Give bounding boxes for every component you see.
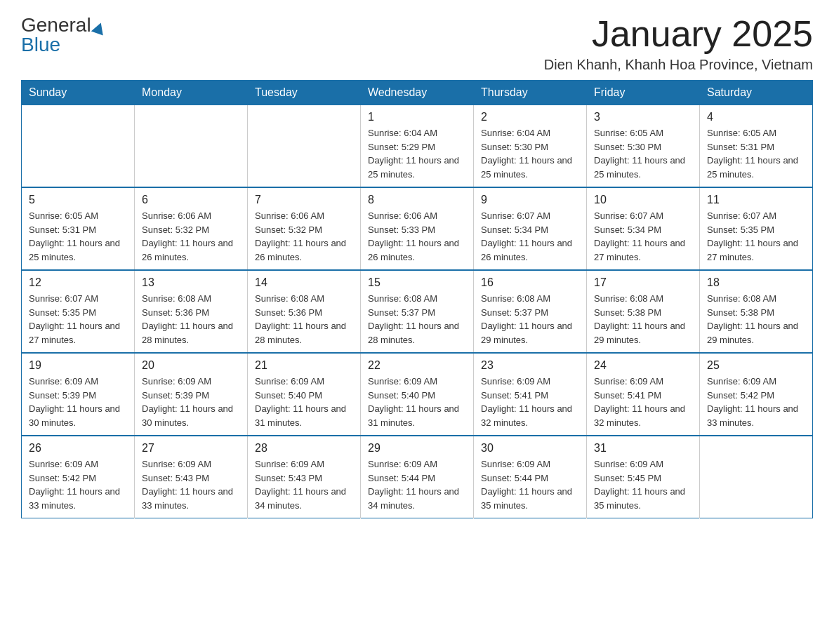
day-number: 1 — [368, 111, 466, 123]
weekday-header-monday: Monday — [135, 81, 248, 105]
day-number: 30 — [481, 442, 579, 455]
day-info: Sunrise: 6:09 AMSunset: 5:43 PMDaylight:… — [255, 457, 353, 512]
calendar-cell-w3-d3: 15Sunrise: 6:08 AMSunset: 5:37 PMDayligh… — [361, 270, 474, 353]
day-number: 24 — [594, 359, 692, 372]
day-info: Sunrise: 6:08 AMSunset: 5:38 PMDaylight:… — [707, 292, 805, 347]
day-info: Sunrise: 6:08 AMSunset: 5:36 PMDaylight:… — [255, 292, 353, 347]
day-number: 20 — [142, 359, 240, 372]
calendar-cell-w4-d6: 25Sunrise: 6:09 AMSunset: 5:42 PMDayligh… — [700, 353, 813, 436]
calendar-cell-w1-d2 — [248, 105, 361, 188]
calendar-cell-w1-d0 — [22, 105, 135, 188]
day-number: 29 — [368, 442, 466, 455]
day-info: Sunrise: 6:04 AMSunset: 5:30 PMDaylight:… — [481, 126, 579, 181]
day-number: 22 — [368, 359, 466, 372]
day-number: 23 — [481, 359, 579, 372]
day-info: Sunrise: 6:09 AMSunset: 5:44 PMDaylight:… — [481, 457, 579, 512]
day-number: 19 — [29, 359, 127, 372]
calendar-cell-w2-d4: 9Sunrise: 6:07 AMSunset: 5:34 PMDaylight… — [474, 187, 587, 270]
day-info: Sunrise: 6:05 AMSunset: 5:31 PMDaylight:… — [29, 209, 127, 264]
calendar-cell-w2-d0: 5Sunrise: 6:05 AMSunset: 5:31 PMDaylight… — [22, 187, 135, 270]
day-number: 16 — [481, 276, 579, 289]
calendar-cell-w3-d6: 18Sunrise: 6:08 AMSunset: 5:38 PMDayligh… — [700, 270, 813, 353]
day-info: Sunrise: 6:08 AMSunset: 5:36 PMDaylight:… — [142, 292, 240, 347]
day-info: Sunrise: 6:09 AMSunset: 5:42 PMDaylight:… — [707, 375, 805, 429]
day-info: Sunrise: 6:07 AMSunset: 5:34 PMDaylight:… — [594, 209, 692, 264]
day-number: 28 — [255, 442, 353, 455]
day-number: 12 — [29, 276, 127, 289]
calendar-cell-w4-d0: 19Sunrise: 6:09 AMSunset: 5:39 PMDayligh… — [22, 353, 135, 436]
day-info: Sunrise: 6:05 AMSunset: 5:31 PMDaylight:… — [707, 126, 805, 181]
calendar-week-4: 19Sunrise: 6:09 AMSunset: 5:39 PMDayligh… — [22, 353, 813, 436]
calendar-week-3: 12Sunrise: 6:07 AMSunset: 5:35 PMDayligh… — [22, 270, 813, 353]
day-info: Sunrise: 6:08 AMSunset: 5:37 PMDaylight:… — [481, 292, 579, 347]
calendar-week-1: 1Sunrise: 6:04 AMSunset: 5:29 PMDaylight… — [22, 105, 813, 188]
calendar-cell-w5-d0: 26Sunrise: 6:09 AMSunset: 5:42 PMDayligh… — [22, 436, 135, 518]
calendar-cell-w1-d5: 3Sunrise: 6:05 AMSunset: 5:30 PMDaylight… — [587, 105, 700, 188]
page-header: General Blue January 2025 Dien Khanh, Kh… — [21, 14, 813, 73]
day-number: 31 — [594, 442, 692, 455]
day-info: Sunrise: 6:08 AMSunset: 5:38 PMDaylight:… — [594, 292, 692, 347]
calendar-cell-w3-d4: 16Sunrise: 6:08 AMSunset: 5:37 PMDayligh… — [474, 270, 587, 353]
calendar-cell-w3-d5: 17Sunrise: 6:08 AMSunset: 5:38 PMDayligh… — [587, 270, 700, 353]
day-info: Sunrise: 6:06 AMSunset: 5:32 PMDaylight:… — [142, 209, 240, 264]
logo-triangle-icon — [91, 20, 106, 35]
weekday-header-sunday: Sunday — [22, 81, 135, 105]
day-number: 11 — [707, 194, 805, 206]
day-number: 7 — [255, 194, 353, 206]
day-info: Sunrise: 6:09 AMSunset: 5:41 PMDaylight:… — [481, 375, 579, 429]
day-info: Sunrise: 6:05 AMSunset: 5:30 PMDaylight:… — [594, 126, 692, 181]
calendar-cell-w5-d4: 30Sunrise: 6:09 AMSunset: 5:44 PMDayligh… — [474, 436, 587, 518]
day-info: Sunrise: 6:09 AMSunset: 5:44 PMDaylight:… — [368, 457, 466, 512]
weekday-row: SundayMondayTuesdayWednesdayThursdayFrid… — [22, 81, 813, 105]
day-info: Sunrise: 6:09 AMSunset: 5:42 PMDaylight:… — [29, 457, 127, 512]
day-number: 21 — [255, 359, 353, 372]
calendar-cell-w2-d1: 6Sunrise: 6:06 AMSunset: 5:32 PMDaylight… — [135, 187, 248, 270]
weekday-header-tuesday: Tuesday — [248, 81, 361, 105]
weekday-header-wednesday: Wednesday — [361, 81, 474, 105]
day-number: 6 — [142, 194, 240, 206]
calendar-cell-w2-d2: 7Sunrise: 6:06 AMSunset: 5:32 PMDaylight… — [248, 187, 361, 270]
calendar-table: SundayMondayTuesdayWednesdayThursdayFrid… — [21, 80, 813, 518]
calendar-cell-w3-d2: 14Sunrise: 6:08 AMSunset: 5:36 PMDayligh… — [248, 270, 361, 353]
calendar-cell-w1-d4: 2Sunrise: 6:04 AMSunset: 5:30 PMDaylight… — [474, 105, 587, 188]
day-info: Sunrise: 6:09 AMSunset: 5:45 PMDaylight:… — [594, 457, 692, 512]
calendar-cell-w5-d5: 31Sunrise: 6:09 AMSunset: 5:45 PMDayligh… — [587, 436, 700, 518]
day-number: 27 — [142, 442, 240, 455]
day-info: Sunrise: 6:04 AMSunset: 5:29 PMDaylight:… — [368, 126, 466, 181]
day-number: 10 — [594, 194, 692, 206]
calendar-cell-w1-d3: 1Sunrise: 6:04 AMSunset: 5:29 PMDaylight… — [361, 105, 474, 188]
logo-area: General Blue — [21, 14, 105, 56]
weekday-header-thursday: Thursday — [474, 81, 587, 105]
location-title: Dien Khanh, Khanh Hoa Province, Vietnam — [544, 57, 813, 73]
calendar-week-5: 26Sunrise: 6:09 AMSunset: 5:42 PMDayligh… — [22, 436, 813, 518]
day-info: Sunrise: 6:09 AMSunset: 5:40 PMDaylight:… — [255, 375, 353, 429]
calendar-cell-w2-d5: 10Sunrise: 6:07 AMSunset: 5:34 PMDayligh… — [587, 187, 700, 270]
day-number: 2 — [481, 111, 579, 123]
day-info: Sunrise: 6:09 AMSunset: 5:39 PMDaylight:… — [142, 375, 240, 429]
calendar-cell-w1-d1 — [135, 105, 248, 188]
day-number: 13 — [142, 276, 240, 289]
day-number: 4 — [707, 111, 805, 123]
day-info: Sunrise: 6:07 AMSunset: 5:35 PMDaylight:… — [29, 292, 127, 347]
day-info: Sunrise: 6:07 AMSunset: 5:35 PMDaylight:… — [707, 209, 805, 264]
day-info: Sunrise: 6:09 AMSunset: 5:39 PMDaylight:… — [29, 375, 127, 429]
calendar-cell-w3-d0: 12Sunrise: 6:07 AMSunset: 5:35 PMDayligh… — [22, 270, 135, 353]
day-number: 26 — [29, 442, 127, 455]
calendar-cell-w4-d2: 21Sunrise: 6:09 AMSunset: 5:40 PMDayligh… — [248, 353, 361, 436]
calendar-cell-w1-d6: 4Sunrise: 6:05 AMSunset: 5:31 PMDaylight… — [700, 105, 813, 188]
logo-blue-text: Blue — [21, 34, 60, 56]
calendar-cell-w2-d3: 8Sunrise: 6:06 AMSunset: 5:33 PMDaylight… — [361, 187, 474, 270]
calendar-week-2: 5Sunrise: 6:05 AMSunset: 5:31 PMDaylight… — [22, 187, 813, 270]
calendar-cell-w4-d1: 20Sunrise: 6:09 AMSunset: 5:39 PMDayligh… — [135, 353, 248, 436]
day-number: 3 — [594, 111, 692, 123]
calendar-cell-w4-d3: 22Sunrise: 6:09 AMSunset: 5:40 PMDayligh… — [361, 353, 474, 436]
calendar-header: SundayMondayTuesdayWednesdayThursdayFrid… — [22, 81, 813, 105]
day-number: 9 — [481, 194, 579, 206]
calendar-cell-w5-d2: 28Sunrise: 6:09 AMSunset: 5:43 PMDayligh… — [248, 436, 361, 518]
day-number: 25 — [707, 359, 805, 372]
day-info: Sunrise: 6:06 AMSunset: 5:32 PMDaylight:… — [255, 209, 353, 264]
day-number: 5 — [29, 194, 127, 206]
day-info: Sunrise: 6:08 AMSunset: 5:37 PMDaylight:… — [368, 292, 466, 347]
calendar-body: 1Sunrise: 6:04 AMSunset: 5:29 PMDaylight… — [22, 105, 813, 518]
month-title: January 2025 — [544, 14, 813, 54]
